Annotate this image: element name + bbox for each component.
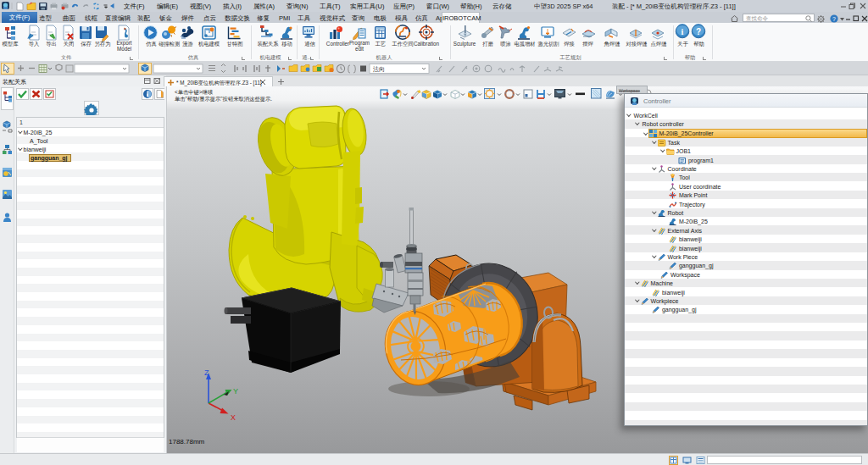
svg-text:i: i [682, 27, 684, 36]
svg-text:X: X [231, 413, 236, 422]
svg-text:Y: Y [233, 387, 238, 396]
svg-text:法向: 法向 [373, 66, 385, 73]
svg-text:?: ? [832, 15, 836, 21]
svg-text:?: ? [696, 27, 701, 36]
svg-text:Z: Z [204, 368, 209, 377]
